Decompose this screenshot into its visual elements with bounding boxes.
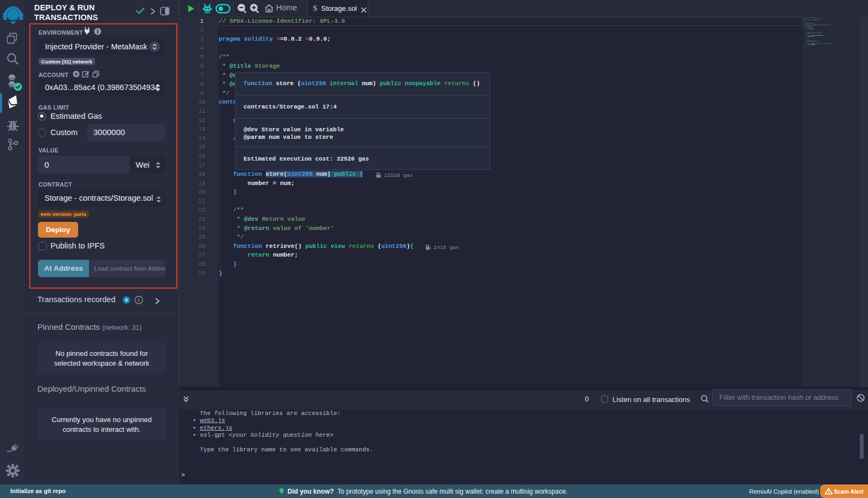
svg-text:i: i: [138, 297, 140, 303]
